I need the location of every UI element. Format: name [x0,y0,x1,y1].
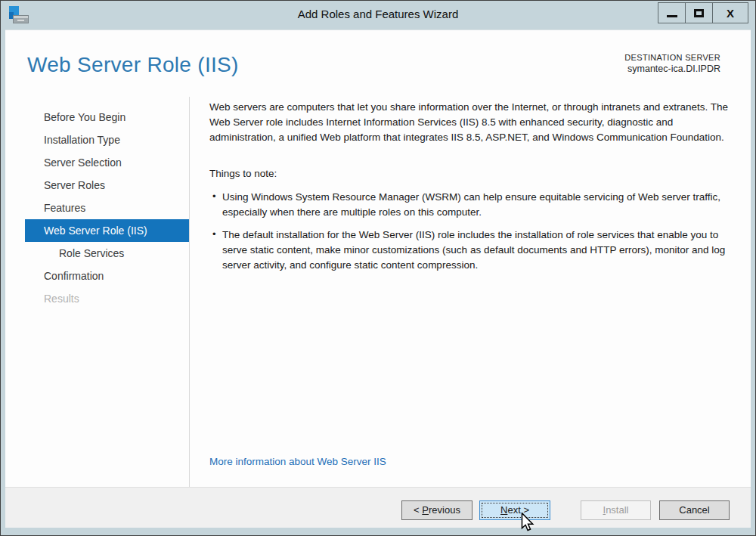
maximize-button[interactable] [685,2,713,23]
note-item: The default installation for the Web Ser… [209,228,730,273]
window-title: Add Roles and Features Wizard [1,8,755,20]
page-content: Web servers are computers that let you s… [209,100,733,280]
maximize-icon [694,9,704,17]
minimize-button[interactable] [658,2,686,23]
intro-paragraph: Web servers are computers that let you s… [209,100,733,145]
minimize-icon [667,15,677,17]
close-icon: X [727,8,734,19]
things-to-note-heading: Things to note: [209,168,733,179]
destination-server-block: DESTINATION SERVER symantec-ica.DI.IPDR [624,53,720,74]
notes-list: Using Windows System Resource Manager (W… [209,190,733,273]
install-button: Install [581,500,651,520]
sidebar-item-installation-type[interactable]: Installation Type [25,129,189,151]
sidebar-item-web-server-role-iis[interactable]: Web Server Role (IIS) [25,219,189,242]
sidebar-item-server-selection[interactable]: Server Selection [25,151,189,174]
more-information-link[interactable]: More information about Web Server IIS [209,456,386,467]
wizard-body: Web Server Role (IIS) DESTINATION SERVER… [5,29,751,487]
sidebar-item-confirmation[interactable]: Confirmation [25,265,189,287]
previous-button[interactable]: < Previous [401,500,472,520]
destination-server-name: symantec-ica.DI.IPDR [624,64,720,74]
titlebar: Add Roles and Features Wizard X [1,1,755,29]
sidebar-item-server-roles[interactable]: Server Roles [25,174,189,197]
server-manager-icon[interactable] [9,6,30,23]
sidebar-item-results: Results [25,287,189,310]
footer-bar: < Previous Next > Install Cancel [5,487,751,528]
icon-server-box [13,15,29,23]
wizard-window: Add Roles and Features Wizard X Web Serv… [0,0,756,536]
sidebar-item-before-you-begin[interactable]: Before You Begin [25,106,189,129]
sidebar-item-role-services[interactable]: Role Services [25,242,189,265]
next-button[interactable]: Next > [479,500,550,520]
note-item: Using Windows System Resource Manager (W… [209,190,730,220]
sidebar-item-features[interactable]: Features [25,197,189,219]
page-title: Web Server Role (IIS) [27,53,239,77]
wizard-steps-nav: Before You Begin Installation Type Serve… [25,106,189,310]
sidebar-divider [189,97,190,487]
destination-server-label: DESTINATION SERVER [624,53,720,62]
close-button[interactable]: X [712,2,748,23]
cancel-button[interactable]: Cancel [659,500,730,520]
window-controls: X [658,2,748,23]
